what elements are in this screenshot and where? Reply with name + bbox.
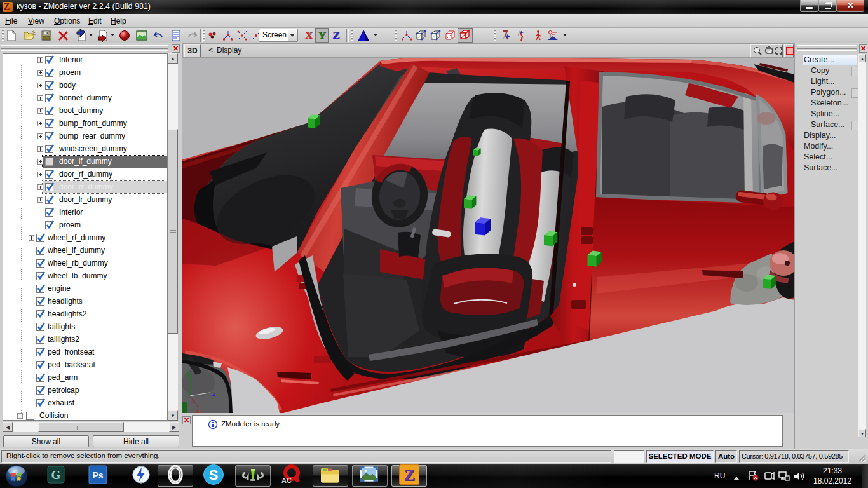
svg-text:G: G: [51, 468, 61, 482]
svg-text:y: y: [187, 369, 190, 376]
svg-text:S: S: [209, 467, 219, 483]
svg-text:x: x: [196, 408, 200, 413]
svg-text:Z: Z: [404, 466, 415, 484]
svg-text:Ps: Ps: [92, 470, 103, 480]
svg-text:z: z: [212, 391, 215, 397]
svg-text:AC: AC: [281, 477, 292, 484]
